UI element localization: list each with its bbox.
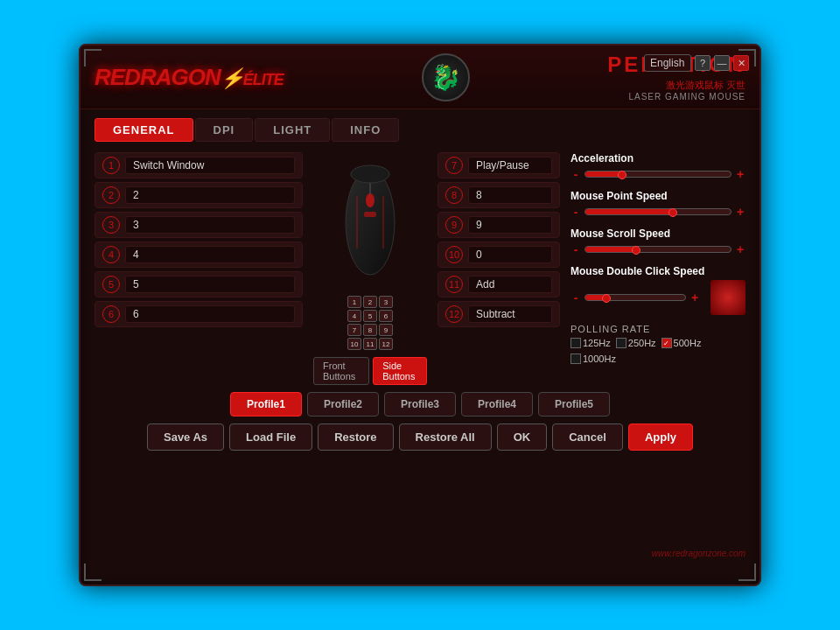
button-row-2[interactable]: 2 2	[94, 182, 303, 208]
acceleration-track[interactable]	[584, 171, 732, 178]
poll-125hz[interactable]: 125Hz	[570, 338, 611, 348]
tab-info[interactable]: INFO	[332, 118, 399, 142]
button-num-5: 5	[102, 276, 120, 293]
window-controls: English 中文 ? — ✕	[644, 54, 749, 72]
acceleration-plus[interactable]: +	[735, 167, 746, 181]
profile-4-button[interactable]: Profile4	[461, 392, 533, 416]
acceleration-slider-row: - +	[570, 167, 746, 181]
button-label-5: 5	[125, 276, 295, 293]
language-select[interactable]: English 中文	[644, 54, 691, 72]
load-file-button[interactable]: Load File	[229, 424, 312, 451]
poll-250hz-check[interactable]	[616, 338, 626, 348]
poll-500hz[interactable]: ✓ 500Hz	[662, 338, 702, 348]
numpad-key-1: 1	[347, 296, 361, 308]
right-button-row-12[interactable]: 12 Subtract	[438, 301, 560, 327]
button-label-4: 4	[125, 246, 295, 263]
right-button-label-11: Add	[468, 276, 552, 293]
poll-125hz-label: 125Hz	[583, 338, 611, 348]
mouse-point-speed-label: Mouse Point Speed	[570, 190, 746, 202]
profile-2-button[interactable]: Profile2	[307, 392, 379, 416]
mouse-scroll-speed-slider-row: - +	[570, 242, 746, 256]
tab-light[interactable]: LIGHT	[255, 118, 330, 142]
apply-button[interactable]: Apply	[628, 424, 693, 451]
numpad-key-4: 4	[347, 310, 361, 322]
mouse-point-speed-minus[interactable]: -	[570, 205, 581, 219]
double-click-speed-plus[interactable]: +	[690, 290, 700, 304]
ok-button[interactable]: OK	[497, 424, 548, 451]
poll-125hz-check[interactable]	[570, 338, 581, 348]
close-button[interactable]: ✕	[733, 55, 749, 71]
mouse-scroll-speed-minus[interactable]: -	[570, 242, 581, 256]
settings-panel: Acceleration - + Mouse Point Speed -	[570, 152, 746, 385]
tab-general[interactable]: GENERAL	[94, 118, 193, 142]
button-row-1[interactable]: 1 Switch Window	[94, 152, 303, 178]
double-click-preview	[710, 280, 746, 315]
right-button-row-7[interactable]: 7 Play/Pause	[438, 152, 560, 178]
button-config-area: 1 Switch Window 2 2 3 3 4 4 5 5	[94, 152, 746, 385]
numpad-key-8: 8	[363, 324, 377, 336]
right-button-num-8: 8	[445, 186, 463, 204]
mouse-point-speed-plus[interactable]: +	[735, 205, 746, 219]
profile-1-button[interactable]: Profile1	[230, 392, 302, 416]
button-num-3: 3	[102, 216, 120, 234]
button-num-6: 6	[102, 305, 120, 323]
right-button-panel: 7 Play/Pause 8 8 9 9 10 0 11 Add	[438, 152, 560, 385]
button-row-6[interactable]: 6 6	[94, 301, 303, 327]
corner-bl	[84, 564, 102, 581]
mouse-point-speed-track[interactable]	[584, 208, 732, 215]
right-button-num-10: 10	[445, 246, 463, 263]
poll-1000hz-label: 1000Hz	[583, 354, 616, 364]
button-num-2: 2	[102, 186, 120, 204]
corner-br	[738, 564, 756, 581]
numpad-key-6: 6	[379, 310, 393, 322]
help-button[interactable]: ?	[695, 55, 710, 71]
mouse-scroll-speed-track[interactable]	[584, 246, 732, 253]
right-button-row-10[interactable]: 10 0	[438, 242, 560, 268]
restore-all-button[interactable]: Restore All	[399, 424, 492, 451]
mouse-scroll-speed-plus[interactable]: +	[735, 242, 746, 256]
minimize-button[interactable]: —	[714, 55, 730, 71]
right-button-label-12: Subtract	[468, 305, 552, 323]
left-button-panel: 1 Switch Window 2 2 3 3 4 4 5 5	[94, 152, 303, 385]
save-as-button[interactable]: Save As	[147, 424, 224, 451]
polling-rate-options: 125Hz 250Hz ✓ 500Hz 1000Hz	[570, 338, 746, 364]
profiles-row: Profile1 Profile2 Profile3 Profile4 Prof…	[94, 392, 746, 416]
acceleration-label: Acceleration	[570, 152, 746, 164]
right-button-label-9: 9	[468, 216, 552, 234]
tab-dpi[interactable]: DPI	[195, 118, 254, 142]
poll-1000hz[interactable]: 1000Hz	[570, 354, 616, 364]
mouse-svg	[335, 152, 405, 292]
acceleration-minus[interactable]: -	[570, 167, 581, 181]
button-row-3[interactable]: 3 3	[94, 212, 303, 238]
profile-3-button[interactable]: Profile3	[384, 392, 456, 416]
right-button-num-9: 9	[445, 216, 463, 234]
poll-250hz-label: 250Hz	[628, 338, 656, 348]
mouse-point-speed-setting: Mouse Point Speed - +	[570, 190, 746, 219]
poll-500hz-check[interactable]: ✓	[662, 338, 672, 348]
poll-1000hz-check[interactable]	[570, 354, 581, 364]
button-row-4[interactable]: 4 4	[94, 242, 303, 268]
front-buttons-btn[interactable]: Front Buttons	[313, 357, 369, 385]
button-label-1: Switch Window	[125, 157, 295, 174]
right-button-label-8: 8	[468, 186, 552, 204]
right-button-num-12: 12	[445, 305, 463, 323]
poll-500hz-label: 500Hz	[674, 338, 702, 348]
right-button-row-8[interactable]: 8 8	[438, 182, 560, 208]
restore-button[interactable]: Restore	[318, 424, 393, 451]
mouse-scroll-speed-setting: Mouse Scroll Speed - +	[570, 228, 746, 256]
side-buttons-btn[interactable]: Side Buttons	[373, 357, 427, 385]
poll-250hz[interactable]: 250Hz	[616, 338, 656, 348]
right-button-row-9[interactable]: 9 9	[438, 212, 560, 238]
button-label-3: 3	[125, 216, 295, 234]
right-button-row-11[interactable]: 11 Add	[438, 271, 560, 298]
button-row-5[interactable]: 5 5	[94, 271, 303, 298]
double-click-speed-label: Mouse Double Click Speed	[570, 265, 746, 277]
double-click-speed-minus[interactable]: -	[570, 290, 581, 304]
cancel-button[interactable]: Cancel	[552, 424, 623, 451]
double-click-speed-track[interactable]	[584, 294, 686, 301]
right-button-label-10: 0	[468, 246, 552, 263]
numpad-key-10: 10	[347, 338, 361, 350]
right-button-num-11: 11	[445, 276, 463, 293]
profile-5-button[interactable]: Profile5	[538, 392, 610, 416]
mouse-image-area: 1 2 3 4 5 6 7 8 9 10 11 12 Front Buttons…	[313, 152, 427, 385]
